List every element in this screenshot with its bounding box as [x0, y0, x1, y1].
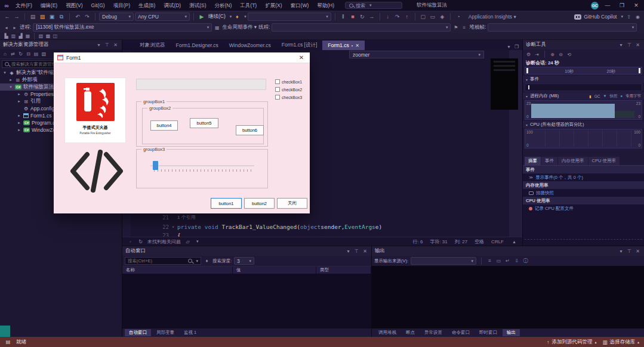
continue-debug-icon[interactable]: ▶	[198, 13, 206, 21]
pin-icon[interactable]: ⊤	[626, 42, 633, 48]
edit-icon[interactable]: ▱	[184, 238, 191, 245]
float-window-icon[interactable]: ❐	[513, 44, 520, 50]
tab-cpu-usage[interactable]: CPU 使用率	[588, 157, 620, 165]
find-in-files-icon[interactable]: ▢	[419, 13, 427, 21]
align-left-icon[interactable]: ▙	[3, 33, 10, 39]
goto-current-icon[interactable]: ⇥	[534, 51, 540, 58]
chevron-down-icon[interactable]: ▾	[345, 248, 352, 255]
close-tab-icon[interactable]: ✕	[355, 43, 359, 48]
fold-chevron-icon[interactable]: ▾	[169, 225, 177, 230]
share-icon[interactable]: ⇪	[625, 14, 632, 20]
tab-autos[interactable]: 自动窗口	[125, 329, 151, 336]
debug-history-forward-icon[interactable]: ▸	[11, 24, 18, 31]
break-all-icon[interactable]: ‖	[339, 13, 347, 21]
collapse-panel-icon[interactable]: ▴	[511, 238, 517, 245]
step-over-icon[interactable]: ↷	[393, 13, 402, 21]
nav-forward-icon[interactable]: →	[13, 13, 21, 21]
stack-frame-dropdown[interactable]: ▾	[488, 23, 637, 32]
add-to-source-control-button[interactable]: ↑ 添加到源代码管理 ▴	[547, 339, 596, 346]
quick-search-box[interactable]: 搜索 ▾	[345, 2, 402, 9]
form1-dialog[interactable]: Form1 ✕ 手提式灭火器 Portable Fire Extinguishe…	[54, 52, 310, 213]
trackbar-track[interactable]	[150, 165, 254, 166]
zoom-out-icon[interactable]: ⊖	[557, 51, 564, 58]
tab-memory-usage[interactable]: 内存使用率	[558, 157, 588, 165]
tab-form1-cs-design[interactable]: Form1.cs [设计]	[276, 41, 323, 50]
restart-icon[interactable]: ↻	[358, 13, 366, 21]
menu-tools[interactable]: 工具(T)	[236, 0, 260, 11]
lock-controls-icon[interactable]: ◫	[52, 33, 58, 39]
timeline-ruler[interactable]: 10秒 20秒	[525, 67, 642, 75]
lifecycle-label[interactable]: 生命周期事件 ▾	[222, 24, 257, 31]
size-to-grid-icon[interactable]: ▦	[24, 33, 31, 39]
account-avatar[interactable]: GC	[591, 2, 599, 10]
align-center-icon[interactable]: ▥	[10, 33, 17, 39]
codelens-references[interactable]: 1 个引用	[177, 214, 196, 221]
show-all-files-icon[interactable]: ▤	[33, 51, 39, 57]
pin-icon[interactable]: ⊤	[626, 248, 633, 255]
record-cpu-profile-link[interactable]: 记录 CPU 配置文件	[523, 205, 644, 212]
menu-debug[interactable]: 调试(D)	[160, 0, 184, 11]
tab-windowzoomer-cs[interactable]: WindowZoomer.cs	[224, 41, 276, 50]
tab-call-stack[interactable]: 调用堆栈	[374, 329, 400, 336]
tab-form1-cs[interactable]: Form1.cs ▪ ✕	[322, 41, 365, 50]
column-type[interactable]: 类型	[316, 267, 371, 274]
open-file-icon[interactable]: ▨	[38, 13, 47, 21]
checkbox3[interactable]: checkBox3	[275, 95, 302, 100]
menu-help[interactable]: 帮助(H)	[313, 0, 338, 11]
info-icon[interactable]: ⓘ	[522, 258, 529, 264]
clear-all-icon[interactable]: ▭	[495, 258, 502, 264]
tab-immediate-window[interactable]: 即时窗口	[475, 329, 501, 336]
step-out-icon[interactable]: ↑	[403, 13, 411, 21]
menu-extensions[interactable]: 扩展(X)	[261, 0, 285, 11]
refresh-icon[interactable]: ↻	[17, 51, 24, 57]
tab-exception-settings[interactable]: 异常设置	[420, 329, 446, 336]
feedback-person-icon[interactable]: ◉	[634, 14, 641, 20]
range-handle-right[interactable]	[639, 68, 640, 73]
show-events-link[interactable]: ≫ 显示事件(0 个，共 0 个)	[523, 174, 644, 181]
comment-icon[interactable]: ▭	[429, 13, 437, 21]
tab-form1-designer-cs[interactable]: Form1.Designer.cs	[171, 41, 224, 50]
column-value[interactable]: 值	[233, 267, 316, 274]
tab-breakpoints[interactable]: 断点	[402, 329, 419, 336]
flame-filter-icon[interactable]: ♦	[204, 258, 210, 264]
copilot-label[interactable]: GitHub Copilot	[584, 14, 617, 20]
output-source-dropdown[interactable]: ▾	[411, 257, 476, 265]
save-all-icon[interactable]: ⧉	[57, 13, 66, 21]
take-snapshot-link[interactable]: 拍摄快照	[523, 189, 644, 197]
menu-analyze[interactable]: 分析(N)	[211, 0, 236, 11]
autoscroll-icon[interactable]: ⇩	[513, 258, 520, 264]
reset-view-icon[interactable]: ⟲	[566, 51, 572, 58]
column-name[interactable]: 名称	[122, 267, 233, 274]
range-handle-left[interactable]	[526, 68, 528, 73]
pin-icon[interactable]: ⊤	[353, 248, 360, 255]
menu-edit[interactable]: 编辑(E)	[37, 0, 61, 11]
properties-icon[interactable]: ▧	[41, 51, 47, 57]
stop-debugging-icon[interactable]: ■	[349, 13, 357, 21]
button6[interactable]: button6	[236, 125, 264, 135]
select-repository-button[interactable]: ▥ 选择存储库 ▴	[602, 339, 639, 346]
chevron-down-icon[interactable]: ▾	[618, 42, 624, 48]
process-dropdown[interactable]: [11308] 软件缩放算法.exe▾	[33, 23, 212, 32]
memory-section-header[interactable]: ▾进程内存 (MB) ▮GC ▼快照 ●专用字节	[523, 92, 644, 100]
format-icon[interactable]: ▧	[38, 33, 44, 39]
order-icon[interactable]: ▩	[45, 33, 51, 39]
settings-gear-icon[interactable]: ⚙	[525, 51, 532, 58]
find-message-icon[interactable]: ≡	[486, 258, 493, 264]
button5[interactable]: button5	[190, 118, 218, 128]
tab-object-browser[interactable]: 对象浏览器	[134, 41, 171, 50]
hot-reload-icon[interactable]: ♦	[233, 13, 241, 21]
checkbox2[interactable]: checkBox2	[275, 87, 302, 92]
form-close-icon[interactable]: ✕	[297, 54, 306, 61]
menu-window[interactable]: 窗口(W)	[287, 0, 313, 11]
menu-test[interactable]: 测试(S)	[186, 0, 209, 11]
close-icon[interactable]: ✕	[112, 42, 119, 48]
close-icon[interactable]: ✕	[634, 248, 641, 255]
menu-git[interactable]: Git(G)	[88, 0, 109, 11]
continue-label[interactable]: 继续(C)	[208, 13, 226, 20]
sync-icon[interactable]: ↻	[137, 238, 144, 245]
cpu-section-header[interactable]: ▾CPU (所有处理器的百分比)	[523, 121, 644, 128]
autos-search-box[interactable]: ▾	[125, 257, 201, 265]
word-wrap-icon[interactable]: ↵	[504, 258, 511, 264]
step-into-icon[interactable]: ↓	[384, 13, 392, 21]
show-next-statement-icon[interactable]: →	[368, 13, 376, 21]
